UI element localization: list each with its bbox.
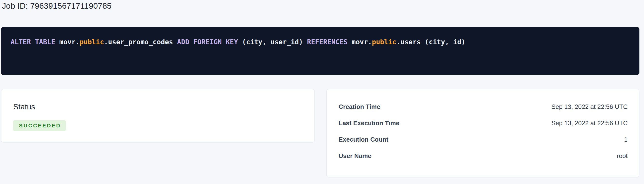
- detail-row-label: User Name: [338, 152, 371, 160]
- status-badge: SUCCEEDED: [13, 120, 66, 131]
- sql-token-keyword: REFERENCES: [307, 38, 352, 46]
- sql-token-ident: movr.: [59, 38, 80, 46]
- detail-row-label: Last Execution Time: [338, 120, 399, 127]
- sql-token-ident: .user_promo_codes: [104, 38, 177, 46]
- sql-token-schema: public: [80, 38, 104, 46]
- status-card: Status SUCCEEDED: [1, 89, 315, 142]
- sql-token-ident: (city, user_id): [242, 38, 307, 46]
- detail-row: Creation TimeSep 13, 2022 at 22:56 UTC: [338, 98, 628, 115]
- sql-token-ident: .users (city, id): [396, 38, 466, 46]
- sql-token-ident: movr.: [352, 38, 372, 46]
- detail-row-value: 1: [624, 136, 628, 143]
- sql-token-schema: public: [372, 38, 396, 46]
- details-rows: Creation TimeSep 13, 2022 at 22:56 UTCLa…: [338, 98, 628, 164]
- page-title: Job ID: 796391567171190785: [0, 0, 644, 11]
- sql-statement-box: ALTER TABLE movr.public.user_promo_codes…: [1, 27, 640, 75]
- details-card: Creation TimeSep 13, 2022 at 22:56 UTCLa…: [326, 89, 640, 178]
- detail-row: User Nameroot: [338, 148, 628, 164]
- detail-row-value: Sep 13, 2022 at 22:56 UTC: [551, 103, 628, 110]
- sql-statement: ALTER TABLE movr.public.user_promo_codes…: [10, 38, 630, 47]
- summary-cards-row: Status SUCCEEDED Creation TimeSep 13, 20…: [1, 89, 640, 178]
- job-details-page: Job ID: 796391567171190785 ALTER TABLE m…: [0, 0, 644, 184]
- detail-row: Last Execution TimeSep 13, 2022 at 22:56…: [338, 115, 628, 131]
- sql-token-keyword: ADD FOREIGN KEY: [177, 38, 242, 46]
- sql-token-keyword: ALTER TABLE: [10, 38, 59, 46]
- detail-row: Execution Count1: [338, 131, 628, 148]
- detail-row-value: Sep 13, 2022 at 22:56 UTC: [551, 120, 628, 127]
- detail-row-label: Creation Time: [338, 103, 380, 110]
- status-card-title: Status: [13, 102, 303, 112]
- detail-row-value: root: [617, 152, 628, 160]
- detail-row-label: Execution Count: [338, 136, 388, 143]
